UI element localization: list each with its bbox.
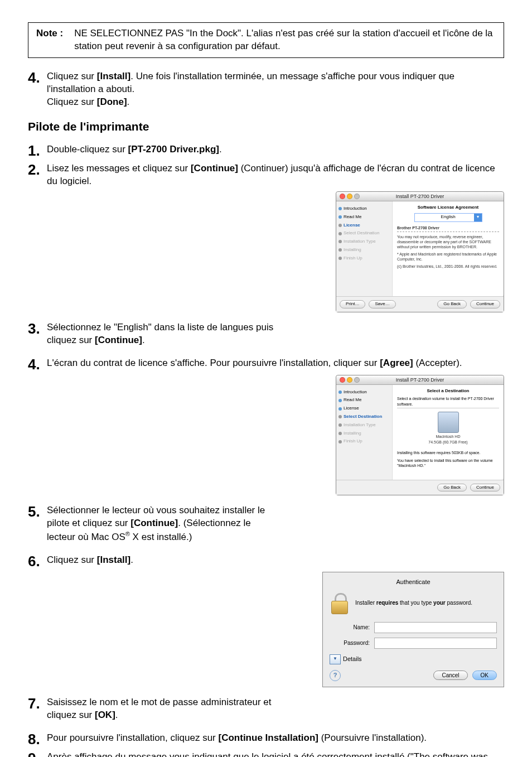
section-title: Pilote de l'imprimante (28, 119, 504, 134)
titlebar: Install PT-2700 Driver (336, 192, 504, 201)
figure-authenticate-dialog: Authenticate Installer requires that you… (322, 572, 504, 687)
note-label: Note : (36, 27, 63, 53)
step-8: 8. Pour poursuivre l'installation, cliqu… (28, 731, 504, 746)
step-text: Cliquez sur [Install]. Une fois l'instal… (47, 69, 504, 109)
step-2: 2. Lisez les messages et cliquez sur [Co… (28, 161, 504, 188)
note-text: NE SELECTIONNEZ PAS "In the Dock". L'ali… (74, 27, 496, 53)
figure-license-window: Install PT-2700 Driver Introduction Read… (336, 191, 504, 312)
step-number: 4. (28, 70, 47, 85)
figure-destination-window: Install PT-2700 Driver Introduction Read… (336, 375, 504, 496)
hard-disk-icon[interactable] (438, 412, 459, 433)
lock-icon (330, 592, 349, 614)
step-1: 1. Double-cliquez sur [PT-2700 Driver.pk… (28, 142, 504, 158)
step-5: 5. Sélectionner le lecteur où vous souha… (28, 503, 504, 543)
note-box: Note : NE SELECTIONNEZ PAS "In the Dock"… (28, 22, 504, 58)
step-9: 9. Après affichage du message vous indiq… (28, 750, 504, 757)
top-step-4: 4. Cliquez sur [Install]. Une fois l'ins… (28, 69, 504, 109)
go-back-button[interactable]: Go Back (437, 484, 467, 492)
go-back-button[interactable]: Go Back (437, 300, 467, 308)
chevron-down-icon: ▾ (474, 214, 482, 221)
password-field[interactable] (374, 638, 497, 649)
name-field[interactable] (374, 622, 497, 633)
details-toggle[interactable]: ▼ (330, 654, 341, 664)
step-7: 7. Saisissez le nom et le mot de passe a… (28, 695, 504, 722)
installer-sidebar: Introduction Read Me License Select Dest… (336, 201, 393, 296)
continue-button[interactable]: Continue (470, 300, 500, 308)
ok-button[interactable]: OK (472, 671, 497, 681)
save-button[interactable]: Save… (369, 300, 395, 308)
step-6: 6. Cliquez sur [Install]. (28, 553, 504, 568)
print-button[interactable]: Print… (340, 300, 365, 308)
cancel-button[interactable]: Cancel (433, 671, 467, 681)
language-select[interactable]: English▾ (414, 213, 482, 222)
continue-button[interactable]: Continue (470, 484, 500, 492)
help-icon[interactable]: ? (330, 670, 341, 681)
step-3: 3. Sélectionnez le "English" dans la lis… (28, 320, 504, 347)
step-4: 4. L'écran du contrat de licence s'affic… (28, 356, 504, 372)
